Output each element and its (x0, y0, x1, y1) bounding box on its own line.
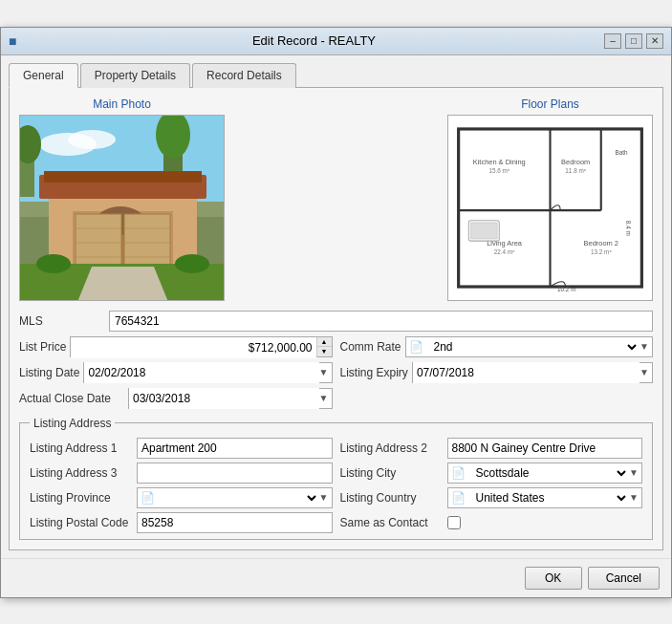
window-title: Edit Record - REALTY (24, 33, 604, 48)
postal-input[interactable] (137, 512, 333, 533)
comm-rate-select[interactable]: 2nd 1st 3rd (426, 337, 640, 356)
country-doc-icon: 📄 (448, 491, 468, 505)
svg-text:Bath: Bath (615, 148, 628, 155)
main-content: General Property Details Record Details … (1, 55, 671, 558)
dates-row: Listing Date ▼ Listing Expiry ▼ (19, 362, 653, 383)
same-as-row: Same as Contact (340, 512, 643, 533)
mls-label: MLS (19, 314, 105, 328)
list-price-input[interactable] (71, 337, 315, 358)
titlebar: ■ Edit Record - REALTY – □ ✕ (1, 28, 671, 55)
same-as-label: Same as Contact (340, 516, 444, 529)
city-row: Listing City 📄 Scottsdale Phoenix ▼ (340, 463, 643, 484)
svg-text:13.2 m²: 13.2 m² (591, 247, 612, 254)
listing-date-label: Listing Date (19, 366, 79, 379)
floor-plan-box[interactable]: Kitchen & Dining 15.6 m² Bedroom 11.8 m²… (447, 115, 653, 301)
actual-close-arrow[interactable]: ▼ (319, 393, 332, 403)
comm-rate-col: Comm Rate 📄 2nd 1st 3rd ▼ (340, 336, 654, 357)
country-select[interactable]: United States Canada (468, 488, 630, 507)
country-select-wrap: 📄 United States Canada ▼ (447, 487, 643, 508)
same-as-checkbox[interactable] (447, 516, 461, 529)
floor-plan-svg: Kitchen & Dining 15.6 m² Bedroom 11.8 m²… (448, 116, 652, 300)
addr2-row: Listing Address 2 (340, 438, 643, 459)
svg-text:Bedroom 2: Bedroom 2 (584, 239, 618, 247)
close-button[interactable]: ✕ (646, 33, 663, 49)
comm-rate-doc-icon: 📄 (406, 340, 426, 354)
price-spin-up[interactable]: ▲ (317, 337, 332, 348)
house-svg (20, 116, 225, 301)
footer: OK Cancel (1, 558, 671, 597)
tab-record-details[interactable]: Record Details (192, 63, 296, 88)
actual-close-input[interactable] (129, 388, 319, 409)
house-photo (20, 116, 224, 300)
svg-text:11.8 m²: 11.8 m² (565, 166, 586, 173)
price-spin-down[interactable]: ▼ (317, 347, 332, 356)
country-row: Listing Country 📄 United States Canada ▼ (340, 487, 643, 508)
listing-date-input[interactable] (84, 362, 318, 383)
svg-rect-43 (470, 222, 497, 238)
restore-button[interactable]: □ (625, 33, 642, 49)
addr1-input[interactable] (137, 438, 333, 459)
listing-expiry-col: Listing Expiry ▼ (340, 362, 654, 383)
price-spinner: ▲ ▼ (316, 337, 332, 356)
tab-property-details[interactable]: Property Details (80, 63, 190, 88)
list-price-col: List Price ▲ ▼ (19, 336, 333, 357)
svg-text:10.2 m: 10.2 m (557, 286, 576, 292)
svg-point-2 (68, 130, 116, 149)
address-grid: Listing Address 1 Listing Address 2 List… (30, 438, 642, 533)
city-select-wrap: 📄 Scottsdale Phoenix ▼ (447, 463, 643, 484)
listing-expiry-input[interactable] (413, 362, 639, 383)
province-select-wrap: 📄 Arizona California ▼ (137, 487, 333, 508)
main-photo-section: Main Photo (19, 97, 225, 301)
floor-plan-section: Floor Plans Kitchen & Dinin (447, 97, 653, 301)
listing-date-arrow[interactable]: ▼ (319, 367, 332, 377)
svg-point-23 (36, 254, 71, 273)
addr3-input[interactable] (137, 463, 333, 484)
listing-expiry-arrow[interactable]: ▼ (639, 367, 652, 377)
province-row: Listing Province 📄 Arizona California ▼ (30, 487, 333, 508)
city-doc-icon: 📄 (448, 466, 468, 480)
svg-rect-13 (76, 214, 121, 267)
floor-plan-label[interactable]: Floor Plans (521, 97, 579, 111)
country-label: Listing Country (340, 491, 444, 505)
province-arrow: ▼ (319, 492, 332, 503)
province-label: Listing Province (30, 491, 133, 505)
mls-input[interactable] (109, 311, 653, 332)
tab-general[interactable]: General (9, 63, 78, 88)
svg-marker-22 (77, 267, 168, 301)
city-label: Listing City (340, 466, 444, 480)
comm-rate-label: Comm Rate (340, 340, 401, 354)
addr2-label: Listing Address 2 (340, 441, 444, 455)
main-photo-label[interactable]: Main Photo (93, 97, 151, 111)
actual-close-label: Actual Close Date (19, 392, 124, 405)
listing-date-wrap: ▼ (83, 362, 332, 383)
same-as-contact-wrap (447, 516, 461, 529)
price-comm-row: List Price ▲ ▼ Comm Rate 📄 2nd (19, 336, 653, 357)
comm-rate-select-wrap: 📄 2nd 1st 3rd ▼ (405, 336, 653, 357)
country-arrow: ▼ (629, 492, 641, 503)
tab-content-general: Main Photo (9, 87, 663, 550)
svg-rect-9 (44, 171, 202, 183)
photos-row: Main Photo (19, 97, 653, 301)
actual-close-wrap: ▼ (128, 388, 333, 409)
listing-expiry-label: Listing Expiry (340, 366, 408, 379)
addr2-input[interactable] (447, 438, 643, 459)
province-select[interactable]: Arizona California (158, 488, 319, 507)
listing-address-fieldset: Listing Address Listing Address 1 Listin… (19, 417, 653, 540)
main-photo-box[interactable] (19, 115, 225, 301)
close-date-row: Actual Close Date ▼ (19, 388, 653, 409)
listing-address-legend: Listing Address (30, 417, 115, 430)
minimize-button[interactable]: – (604, 33, 621, 49)
tab-bar: General Property Details Record Details (9, 63, 663, 88)
addr1-row: Listing Address 1 (30, 438, 333, 459)
ok-button[interactable]: OK (525, 567, 582, 590)
city-select[interactable]: Scottsdale Phoenix (468, 463, 630, 483)
cancel-button[interactable]: Cancel (588, 567, 660, 590)
city-arrow: ▼ (629, 467, 641, 478)
svg-text:Bedroom: Bedroom (561, 158, 590, 166)
svg-text:8.4 m: 8.4 m (625, 220, 632, 235)
list-price-label: List Price (19, 340, 66, 354)
actual-close-col: Actual Close Date ▼ (19, 388, 333, 409)
svg-rect-14 (124, 214, 170, 267)
svg-point-24 (175, 254, 209, 273)
svg-text:15.6 m²: 15.6 m² (488, 166, 509, 173)
